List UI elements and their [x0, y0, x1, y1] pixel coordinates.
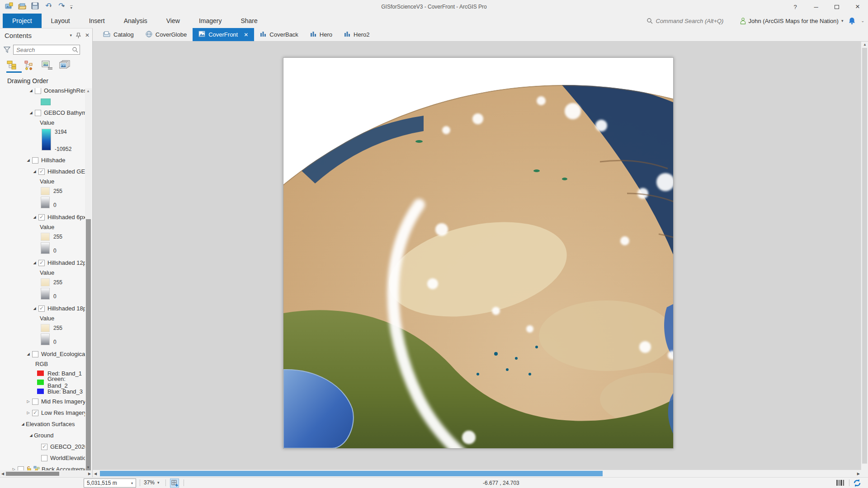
- layer-label[interactable]: Low Res Imagery: [41, 409, 85, 416]
- expand-open-icon[interactable]: ◢: [28, 433, 34, 437]
- scroll-down-icon[interactable]: ▼: [86, 465, 90, 469]
- layout-page[interactable]: [283, 57, 674, 449]
- layer-checkbox[interactable]: [18, 466, 24, 471]
- expand-open-icon[interactable]: ◢: [25, 352, 31, 356]
- expand-open-icon[interactable]: ◢: [25, 158, 31, 162]
- layer-label[interactable]: World_Ecological_2: [41, 351, 85, 357]
- view-tab-coverback[interactable]: CoverBack: [254, 28, 304, 41]
- list-by-snippet-icon[interactable]: [59, 60, 70, 70]
- ribbon-tab-layout[interactable]: Layout: [42, 14, 80, 28]
- command-search-input[interactable]: [656, 18, 733, 24]
- layer-label[interactable]: WorldElevation3: [50, 455, 85, 461]
- zoom-level-dropdown[interactable]: 37% ▾: [144, 479, 160, 486]
- layer-row[interactable]: ◢Elevation Surfaces: [0, 418, 85, 430]
- layer-checkbox[interactable]: [32, 410, 38, 416]
- ribbon-tab-insert[interactable]: Insert: [80, 14, 114, 28]
- layer-row[interactable]: ▷Low Res Imagery: [0, 407, 85, 418]
- layer-row[interactable]: WorldElevation3: [0, 452, 85, 464]
- layer-checkbox[interactable]: [41, 444, 47, 450]
- ribbon-tab-view[interactable]: View: [157, 14, 189, 28]
- ribbon-tab-share[interactable]: Share: [231, 14, 267, 28]
- scroll-left-icon[interactable]: ◀: [0, 472, 5, 476]
- layer-row[interactable]: GEBCO_2020.tif: [0, 441, 85, 452]
- view-tab-hero[interactable]: Hero: [304, 28, 338, 41]
- layer-label[interactable]: Mid Res Imagery: [41, 398, 85, 405]
- view-tab-coverglobe[interactable]: CoverGlobe: [140, 28, 193, 41]
- layer-label[interactable]: Hillshaded 12px-: [47, 259, 85, 266]
- layer-label[interactable]: GEBCO Bathyme: [44, 109, 85, 116]
- contents-search-box[interactable]: [13, 45, 80, 55]
- layer-row[interactable]: ◢GEBCO Bathyme: [0, 107, 85, 118]
- contents-horizontal-scrollbar[interactable]: ◀ ▶: [0, 470, 92, 477]
- map-horizontal-scrollbar[interactable]: ◀ ▶: [93, 470, 868, 477]
- layer-label[interactable]: Hillshaded 6px-B: [47, 214, 85, 221]
- expand-closed-icon[interactable]: ▷: [11, 467, 17, 470]
- expand-open-icon[interactable]: ◢: [32, 306, 38, 310]
- scroll-left-icon[interactable]: ◀: [94, 472, 97, 476]
- layer-label[interactable]: Elevation Surfaces: [26, 421, 75, 427]
- close-button[interactable]: ×: [847, 0, 868, 14]
- scroll-up-icon[interactable]: ▲: [86, 89, 90, 93]
- map-vertical-scrollbar[interactable]: ▲: [861, 42, 868, 470]
- layer-row[interactable]: ◢Hillshaded GEBC: [0, 166, 85, 177]
- list-by-selection-icon[interactable]: [42, 60, 52, 70]
- tab-close-icon[interactable]: ✕: [244, 32, 248, 38]
- layer-label[interactable]: OceansHighRes: [44, 88, 85, 94]
- expand-open-icon[interactable]: ◢: [20, 422, 26, 426]
- expand-closed-icon[interactable]: ▷: [25, 411, 31, 415]
- pin-icon[interactable]: [76, 33, 81, 38]
- layer-row[interactable]: ◢Hillshaded 12px-: [0, 257, 85, 268]
- scrollbar-thumb[interactable]: [100, 471, 603, 476]
- snapping-grid-icon[interactable]: [170, 479, 179, 488]
- layer-checkbox[interactable]: [38, 305, 45, 312]
- layer-label[interactable]: Ground: [34, 432, 53, 439]
- expand-closed-icon[interactable]: ▷: [25, 399, 31, 404]
- layer-checkbox[interactable]: [32, 399, 38, 405]
- notifications-bell-icon[interactable]: [849, 17, 855, 24]
- maximize-button[interactable]: [826, 0, 847, 14]
- scrollbar-thumb[interactable]: [6, 472, 59, 476]
- layer-checkbox[interactable]: [38, 260, 45, 266]
- filter-icon[interactable]: [4, 47, 10, 53]
- ribbon-tab-imagery[interactable]: Imagery: [189, 14, 231, 28]
- scroll-right-icon[interactable]: ▶: [857, 472, 860, 476]
- layer-label[interactable]: Hillshade: [41, 157, 65, 164]
- expand-open-icon[interactable]: ◢: [32, 261, 38, 265]
- layer-checkbox[interactable]: [32, 157, 38, 164]
- expand-open-icon[interactable]: ◢: [32, 215, 38, 219]
- layer-label[interactable]: Hillshaded GEBC: [47, 168, 85, 175]
- expand-open-icon[interactable]: ◢: [28, 89, 34, 93]
- layer-label[interactable]: Hillshaded 18px-: [47, 305, 85, 312]
- view-tab-hero2[interactable]: Hero2: [338, 28, 375, 41]
- layer-row[interactable]: ▷Back Accoutremer: [0, 464, 85, 470]
- layer-checkbox[interactable]: [32, 351, 38, 357]
- view-tab-catalog[interactable]: Catalog: [97, 28, 140, 41]
- refresh-icon[interactable]: [853, 479, 862, 488]
- scrollbar-thumb[interactable]: [86, 219, 91, 481]
- layer-checkbox[interactable]: [35, 88, 41, 94]
- layer-checkbox[interactable]: [35, 110, 41, 116]
- draw-status-icon[interactable]: [835, 479, 844, 487]
- view-tab-coverfront[interactable]: CoverFront✕: [193, 28, 254, 41]
- map-scale-dropdown[interactable]: 5,031,515 m ▾: [84, 479, 136, 488]
- scene-view[interactable]: [93, 42, 861, 470]
- layer-row[interactable]: ◢OceansHighRes: [0, 88, 85, 96]
- chevron-down-icon[interactable]: ⌄: [861, 19, 864, 23]
- scroll-up-icon[interactable]: ▲: [863, 42, 867, 47]
- layer-row[interactable]: ◢World_Ecological_2: [0, 348, 85, 360]
- layer-label[interactable]: Back Accoutremer: [42, 466, 85, 470]
- command-search[interactable]: [646, 18, 735, 24]
- layer-row[interactable]: ◢Hillshaded 18px-: [0, 303, 85, 314]
- layer-checkbox[interactable]: [41, 455, 47, 461]
- ribbon-tab-project[interactable]: Project: [3, 14, 42, 28]
- help-button[interactable]: ?: [785, 0, 806, 14]
- list-by-drawing-order-icon[interactable]: [6, 60, 17, 70]
- contents-vertical-scrollbar[interactable]: ▲ ▼: [85, 88, 92, 470]
- expand-open-icon[interactable]: ◢: [28, 111, 34, 115]
- scroll-right-icon[interactable]: ▶: [87, 472, 92, 476]
- layer-row[interactable]: ▷Mid Res Imagery: [0, 396, 85, 407]
- layer-row[interactable]: ◢Ground: [0, 430, 85, 441]
- expand-open-icon[interactable]: ◢: [32, 169, 38, 174]
- layer-row[interactable]: ◢Hillshade: [0, 155, 85, 166]
- minimize-button[interactable]: ─: [806, 0, 826, 14]
